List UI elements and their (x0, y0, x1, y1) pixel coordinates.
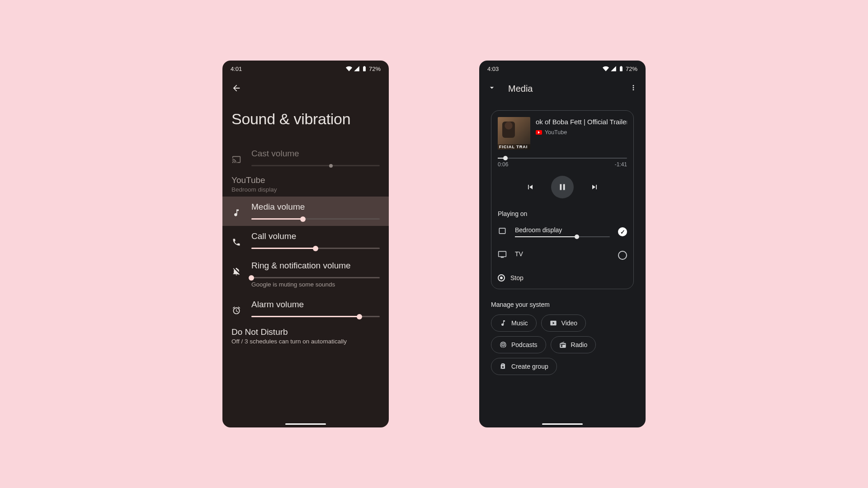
page-title: Sound & vibration (222, 98, 389, 143)
tablet-icon (498, 226, 507, 237)
music-note-icon (231, 208, 241, 217)
call-volume-slider[interactable] (251, 248, 380, 249)
playing-on-label: Playing on (498, 210, 627, 217)
tv-icon (498, 250, 507, 261)
status-time: 4:03 (487, 66, 499, 72)
chip-label: Music (511, 319, 528, 327)
alarm-volume-row: Alarm volume (222, 294, 389, 324)
elapsed-time: 0:06 (498, 161, 508, 168)
device-volume-slider[interactable] (515, 236, 610, 237)
manage-system-label: Manage your system (491, 301, 634, 308)
dnd-title: Do Not Disturb (231, 327, 380, 337)
status-right: 72% (603, 66, 637, 72)
wifi-icon (603, 66, 609, 72)
signal-icon (354, 66, 360, 72)
media-volume-row: Media volume (222, 197, 389, 226)
status-bar: 4:01 72% (222, 61, 389, 77)
chip-video[interactable]: Video (541, 314, 586, 332)
status-time: 4:01 (231, 66, 242, 72)
chip-label: Radio (571, 341, 588, 348)
do-not-disturb-row[interactable]: Do Not Disturb Off / 3 schedules can tur… (222, 324, 389, 357)
call-volume-row: Call volume (222, 226, 389, 255)
right-screenshot-media-panel: 4:03 72% Media FICIAL TRAI ok of Boba Fe… (479, 61, 646, 427)
track-title: ok of Boba Fett | Official Trailer (536, 118, 627, 126)
output-device-row[interactable]: TV (498, 250, 627, 261)
battery-icon (618, 66, 624, 72)
left-screenshot-sound-vibration: 4:01 72% Sound & vibration Cast volume Y… (222, 61, 389, 427)
stop-label: Stop (510, 274, 524, 282)
chip-radio[interactable]: Radio (551, 336, 596, 353)
stop-casting-button[interactable]: Stop (498, 274, 627, 282)
ring-volume-label: Ring & notification volume (251, 261, 380, 271)
youtube-icon (536, 130, 542, 135)
chip-create-group[interactable]: Create group (491, 358, 557, 375)
skip-next-icon (590, 183, 599, 192)
now-playing[interactable]: FICIAL TRAI ok of Boba Fett | Official T… (498, 117, 627, 150)
ring-muting-note: Google is muting some sounds (251, 281, 380, 288)
alarm-icon (231, 306, 241, 315)
cast-volume-label: Cast volume (251, 149, 380, 159)
track-source: YouTube (536, 129, 627, 136)
device-selected-radio[interactable] (618, 251, 627, 260)
source-label: YouTube (545, 129, 567, 136)
manage-chips: Music Video Podcasts Radio Create group (491, 314, 634, 375)
chip-label: Podcasts (511, 341, 538, 348)
chip-music[interactable]: Music (491, 314, 537, 332)
alarm-volume-slider[interactable] (251, 316, 380, 317)
play-pause-button[interactable] (551, 176, 574, 198)
video-thumbnail: FICIAL TRAI (498, 117, 530, 150)
media-card: FICIAL TRAI ok of Boba Fett | Official T… (491, 110, 634, 289)
thumbnail-badge: FICIAL TRAI (498, 144, 530, 150)
ring-volume-slider[interactable] (251, 277, 380, 278)
alarm-volume-label: Alarm volume (251, 300, 380, 310)
previous-button[interactable] (524, 181, 537, 193)
phone-icon (231, 238, 241, 247)
nav-indicator[interactable] (542, 423, 583, 425)
device-name: Bedroom display (515, 226, 610, 234)
next-button[interactable] (588, 181, 601, 193)
remaining-time: -1:41 (615, 161, 627, 168)
battery-pct: 72% (626, 66, 637, 72)
chip-label: Video (561, 319, 578, 327)
wifi-icon (346, 66, 352, 72)
speaker-group-icon (500, 363, 507, 370)
casting-app-name: YouTube (231, 175, 380, 185)
battery-icon (361, 66, 368, 72)
output-device-row[interactable]: Bedroom display (498, 226, 627, 237)
chevron-down-icon (487, 83, 496, 92)
ring-volume-row: Ring & notification volume Google is mut… (222, 255, 389, 294)
video-icon (550, 319, 557, 327)
more-vert-icon (629, 84, 637, 92)
progress-slider[interactable] (498, 158, 627, 159)
chip-podcasts[interactable]: Podcasts (491, 336, 546, 353)
cast-volume-row: Cast volume (222, 143, 389, 173)
podcast-icon (500, 341, 507, 348)
battery-pct: 72% (369, 66, 381, 72)
status-bar: 4:03 72% (479, 61, 646, 77)
call-volume-label: Call volume (251, 231, 380, 241)
device-name: TV (515, 250, 610, 258)
stop-icon (498, 274, 505, 282)
media-volume-label: Media volume (251, 202, 380, 212)
dnd-subtitle: Off / 3 schedules can turn on automatica… (231, 338, 380, 345)
nav-indicator[interactable] (285, 423, 326, 425)
bell-off-icon (231, 267, 241, 276)
back-button[interactable] (231, 87, 241, 94)
media-volume-slider[interactable] (251, 218, 380, 220)
overflow-button[interactable] (629, 84, 637, 94)
status-right: 72% (346, 66, 381, 72)
cast-volume-slider[interactable] (251, 165, 380, 166)
chip-label: Create group (511, 363, 548, 370)
casting-device-name: Bedroom display (231, 186, 380, 193)
radio-icon (559, 341, 566, 348)
music-note-icon (500, 319, 507, 327)
pause-icon (557, 182, 567, 192)
signal-icon (610, 66, 617, 72)
collapse-button[interactable] (487, 83, 496, 94)
skip-previous-icon (526, 183, 535, 192)
panel-title: Media (508, 84, 618, 94)
casting-app-section: YouTube Bedroom display (222, 173, 389, 197)
cast-icon (231, 155, 241, 164)
device-selected-radio[interactable] (618, 227, 627, 236)
